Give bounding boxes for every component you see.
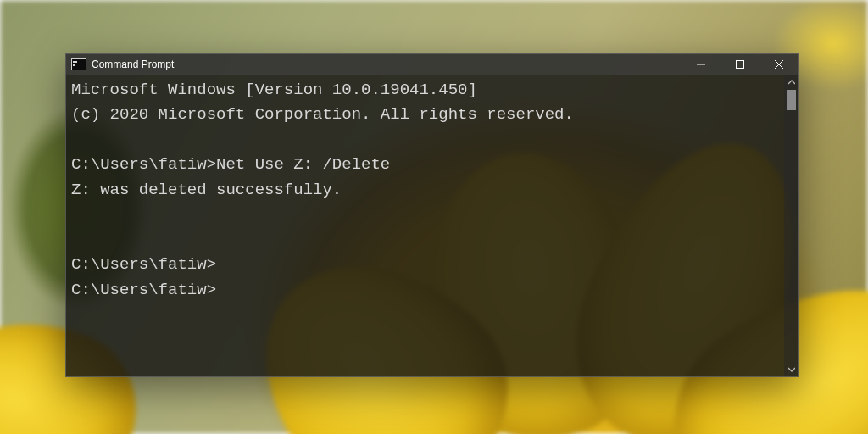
scroll-thumb[interactable] xyxy=(787,90,796,110)
terminal-output[interactable]: Microsoft Windows [Version 10.0.19041.45… xyxy=(66,75,784,376)
window-title: Command Prompt xyxy=(92,58,174,70)
titlebar[interactable]: Command Prompt xyxy=(66,54,798,75)
minimize-button[interactable] xyxy=(682,54,721,75)
scroll-down-arrow-icon[interactable] xyxy=(784,362,798,376)
vertical-scrollbar[interactable] xyxy=(784,75,798,376)
maximize-button[interactable] xyxy=(721,54,760,75)
close-button[interactable] xyxy=(760,54,798,75)
command-prompt-window: Command Prompt Microsoft Windows [Versio… xyxy=(65,53,799,377)
scroll-up-arrow-icon[interactable] xyxy=(784,75,798,89)
svg-rect-1 xyxy=(737,61,744,69)
cmd-icon xyxy=(71,58,86,70)
